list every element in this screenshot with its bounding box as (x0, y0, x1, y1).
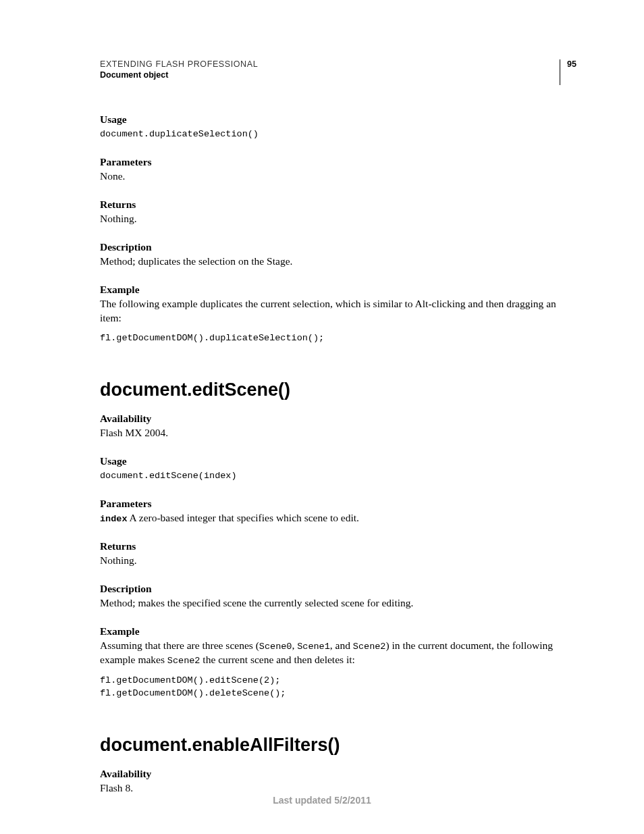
usage-label: Usage (100, 455, 576, 467)
description-label: Description (100, 241, 576, 253)
example-code: fl.getDocumentDOM().duplicateSelection()… (100, 332, 576, 345)
param-name: index (100, 514, 128, 524)
page-number: 95 (567, 59, 576, 85)
api-heading-editscene: document.editScene() (100, 380, 576, 400)
availability-label: Availability (100, 768, 576, 780)
param-desc: A zero-based integer that specifies whic… (128, 512, 359, 523)
availability-label: Availability (100, 413, 576, 425)
availability-body: Flash MX 2004. (100, 426, 576, 440)
page-number-rule (560, 59, 560, 85)
parameters-body: None. (100, 170, 576, 184)
example-text: , and (330, 640, 353, 651)
doc-section: Document object (100, 70, 560, 80)
example-text: the current scene and then deletes it: (200, 654, 354, 665)
parameters-label: Parameters (100, 498, 576, 510)
doc-title: EXTENDING FLASH PROFESSIONAL (100, 59, 560, 69)
usage-code: document.editScene(index) (100, 470, 576, 483)
availability-body: Flash 8. (100, 781, 576, 796)
usage-label: Usage (100, 113, 576, 126)
example-label: Example (100, 284, 576, 296)
page-content: EXTENDING FLASH PROFESSIONAL Document ob… (0, 0, 644, 796)
example-code: fl.getDocumentDOM().editScene(2); fl.get… (100, 675, 576, 700)
returns-label: Returns (100, 199, 576, 211)
page-number-block: 95 (560, 59, 576, 85)
returns-body: Nothing. (100, 212, 576, 226)
returns-body: Nothing. (100, 554, 576, 568)
inline-code: Scene1 (297, 642, 330, 652)
description-label: Description (100, 583, 576, 595)
page-footer: Last updated 5/2/2011 (0, 795, 644, 806)
example-body: The following example duplicates the cur… (100, 297, 576, 325)
example-text: Assuming that there are three scenes ( (100, 640, 259, 651)
description-body: Method; makes the specified scene the cu… (100, 596, 576, 610)
header-left: EXTENDING FLASH PROFESSIONAL Document ob… (100, 59, 560, 80)
parameters-body: index A zero-based integer that specifie… (100, 511, 576, 525)
description-body: Method; duplicates the selection on the … (100, 255, 576, 269)
inline-code: Scene2 (353, 642, 386, 652)
running-header: EXTENDING FLASH PROFESSIONAL Document ob… (100, 59, 576, 85)
inline-code: Scene0 (259, 642, 292, 652)
api-heading-enableallfilters: document.enableAllFilters() (100, 735, 576, 756)
returns-label: Returns (100, 540, 576, 552)
usage-code: document.duplicateSelection() (100, 128, 576, 141)
parameters-label: Parameters (100, 156, 576, 168)
example-label: Example (100, 625, 576, 637)
inline-code: Scene2 (167, 656, 200, 666)
example-body: Assuming that there are three scenes (Sc… (100, 639, 576, 667)
